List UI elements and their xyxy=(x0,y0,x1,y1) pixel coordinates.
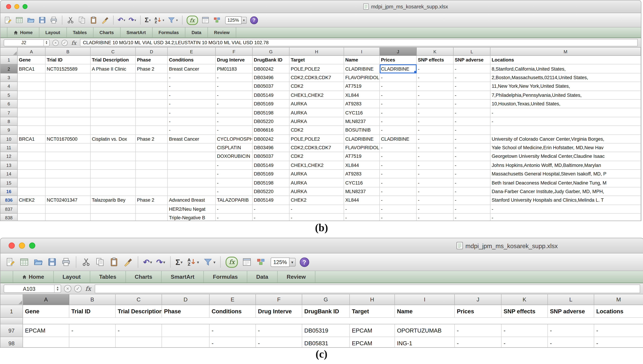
cell-G836[interactable]: DB05149 xyxy=(252,196,290,205)
cell-F9[interactable]: - xyxy=(216,126,252,135)
cell-M838[interactable]: - xyxy=(490,214,641,221)
cell-F11[interactable]: CISPLATIN xyxy=(216,144,252,152)
cell-L4[interactable]: - xyxy=(454,82,490,91)
cell-M98[interactable]: - xyxy=(594,337,643,348)
cell-I10[interactable]: CLADRIBINE xyxy=(344,135,380,144)
cell-I16[interactable]: MLN8237 xyxy=(344,187,380,196)
cut-icon[interactable] xyxy=(66,16,75,24)
cell-L2[interactable]: - xyxy=(454,64,490,73)
cell-K98[interactable]: - xyxy=(502,337,548,348)
cell-F14[interactable]: - xyxy=(216,170,252,178)
cell-C14[interactable] xyxy=(91,170,136,178)
cell-B14[interactable] xyxy=(46,170,90,178)
cell-L5[interactable]: - xyxy=(454,91,490,100)
row-header-11[interactable]: 11 xyxy=(0,144,18,152)
zoom-select[interactable]: 125%▾ xyxy=(225,16,247,24)
cell-L9[interactable]: - xyxy=(454,126,490,135)
formula-builder-button[interactable]: fx xyxy=(186,16,198,25)
cell-F838[interactable]: - xyxy=(216,214,252,221)
cell-H836[interactable]: CHEK2 xyxy=(290,196,344,205)
cell-I1[interactable]: Name xyxy=(395,305,455,318)
cell-J8[interactable]: - xyxy=(380,117,417,126)
cell-D15[interactable] xyxy=(136,178,168,187)
cell-B16[interactable] xyxy=(46,187,90,196)
cell-M5[interactable]: 7,Philadelphia,Pennsylvania,United State… xyxy=(490,91,641,100)
filter-button[interactable]: ▾ xyxy=(168,16,178,24)
cell-D13[interactable] xyxy=(136,161,168,170)
cell-F15[interactable]: - xyxy=(216,178,252,187)
cell-H8[interactable]: AURKA xyxy=(290,117,344,126)
media-browser-icon[interactable] xyxy=(256,257,266,267)
cell-D1[interactable]: Phase xyxy=(136,56,168,64)
cell-G837[interactable]: - xyxy=(252,205,290,214)
cell-D97[interactable] xyxy=(162,324,210,337)
cell-K4[interactable]: - xyxy=(417,82,454,91)
cell-C5[interactable] xyxy=(91,91,136,100)
ribbon-tab-charts[interactable]: Charts xyxy=(126,271,162,282)
row-header-9[interactable]: 9 xyxy=(0,126,18,135)
row-header-16[interactable]: 16 xyxy=(0,187,18,196)
cell-M8[interactable]: - xyxy=(490,117,641,126)
row-header-3[interactable]: 3 xyxy=(0,73,18,82)
row-header-14[interactable]: 14 xyxy=(0,170,18,178)
cell-H2[interactable]: POLE,POLE2 xyxy=(290,64,344,73)
cell-A836[interactable]: CHEK2 xyxy=(18,196,46,205)
cell-L15[interactable]: - xyxy=(454,178,490,187)
cell-D836[interactable]: Phase 2 xyxy=(136,196,168,205)
cell-H12[interactable]: CDK2 xyxy=(290,152,344,161)
cell-J12[interactable]: - xyxy=(380,152,417,161)
cell-M11[interactable]: Yale School of Medicine,Erin Hofstatter,… xyxy=(490,144,641,152)
cell-C10[interactable]: Cisplatin vs. Dox xyxy=(91,135,136,144)
cell-K13[interactable]: - xyxy=(417,161,454,170)
open-icon[interactable] xyxy=(27,16,35,24)
cell-H5[interactable]: CHEK1,CHEK2 xyxy=(290,91,344,100)
cell-K1[interactable]: SNP effects xyxy=(417,56,454,64)
cell-D837[interactable] xyxy=(136,205,168,214)
cell-A1[interactable]: Gene xyxy=(23,305,69,318)
cell-C1[interactable]: Trial Description xyxy=(91,56,136,64)
cell-G8[interactable]: DB05220 xyxy=(252,117,290,126)
cell-K837[interactable]: - xyxy=(417,205,454,214)
cell-D98[interactable] xyxy=(162,337,210,348)
cell-I1[interactable]: Name xyxy=(344,56,380,64)
zoom-select[interactable]: 125%▾ xyxy=(271,257,296,267)
row-header-837[interactable]: 837 xyxy=(0,205,18,214)
ribbon-tab-data[interactable]: Data xyxy=(247,271,278,282)
cell-M9[interactable] xyxy=(490,126,641,135)
cell-F1[interactable]: Drug Interve xyxy=(256,305,302,318)
cell-K97[interactable]: - xyxy=(502,324,548,337)
name-box[interactable]: A103 ▲▼ xyxy=(4,284,61,293)
cell-G11[interactable]: DB03496 xyxy=(252,144,290,152)
cell-F837[interactable]: - xyxy=(216,205,252,214)
print-icon[interactable] xyxy=(50,16,58,24)
cell-L838[interactable]: - xyxy=(454,214,490,221)
cell-K8[interactable]: - xyxy=(417,117,454,126)
column-header-B[interactable]: B xyxy=(70,294,116,305)
cell-M97[interactable]: - xyxy=(594,324,643,337)
cell-J16[interactable]: - xyxy=(380,187,417,196)
cell-C3[interactable] xyxy=(91,73,136,82)
ribbon-tab-layout[interactable]: Layout xyxy=(54,271,90,282)
cell-J6[interactable]: - xyxy=(380,100,417,108)
column-header-L[interactable]: L xyxy=(548,294,594,305)
cell-I8[interactable]: MLN8237 xyxy=(344,117,380,126)
cell-K11[interactable]: - xyxy=(417,144,454,152)
cell-E14[interactable] xyxy=(168,170,216,178)
row-header-6[interactable]: 6 xyxy=(0,100,18,108)
redo-button[interactable]: ↷▾ xyxy=(156,258,165,266)
cell-L10[interactable]: - xyxy=(454,135,490,144)
row-header-5[interactable]: 5 xyxy=(0,91,18,100)
cell-K10[interactable]: - xyxy=(417,135,454,144)
cell-H16[interactable]: AURKA xyxy=(290,187,344,196)
cell-C7[interactable] xyxy=(91,108,136,117)
cell-A9[interactable] xyxy=(18,126,46,135)
ribbon-tab-tables[interactable]: Tables xyxy=(90,271,126,282)
cell-D838[interactable] xyxy=(136,214,168,221)
cell-I13[interactable]: XL844 xyxy=(344,161,380,170)
row-header-1[interactable]: 1 xyxy=(0,56,18,64)
ribbon-tab-tables[interactable]: Tables xyxy=(67,28,94,37)
row-header-4[interactable]: 4 xyxy=(0,82,18,91)
cell-I837[interactable]: - xyxy=(344,205,380,214)
cell-L12[interactable]: - xyxy=(454,152,490,161)
help-button[interactable]: ? xyxy=(250,16,258,24)
